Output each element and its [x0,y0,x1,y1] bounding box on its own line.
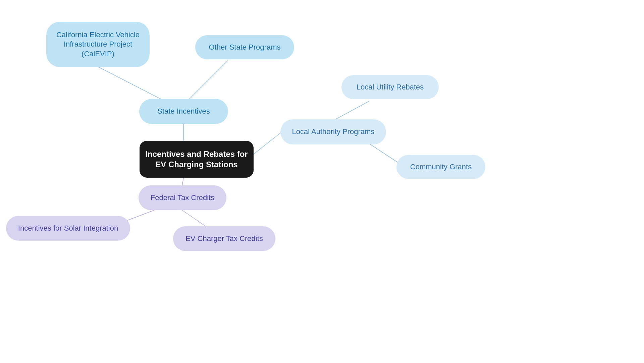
other-state-programs-label: Other State Programs [206,43,284,52]
central-node[interactable]: Incentives and Rebates for EV Charging S… [140,141,254,178]
state-incentives-label: State Incentives [154,107,213,116]
federal-tax-credits-label: Federal Tax Credits [147,193,218,203]
calevip-node[interactable]: California Electric Vehicle Infrastructu… [46,22,150,67]
svg-line-8 [182,210,208,228]
ev-charger-tax-credits-node[interactable]: EV Charger Tax Credits [173,226,275,251]
svg-line-3 [254,132,281,154]
community-grants-node[interactable]: Community Grants [396,155,485,179]
local-authority-programs-label: Local Authority Programs [289,127,378,137]
ev-charger-tax-credits-label: EV Charger Tax Credits [182,234,266,244]
local-utility-rebates-label: Local Utility Rebates [353,82,427,92]
state-incentives-node[interactable]: State Incentives [139,99,228,124]
calevip-label: California Electric Vehicle Infrastructu… [46,30,150,59]
other-state-programs-node[interactable]: Other State Programs [195,35,294,59]
community-grants-label: Community Grants [407,162,475,172]
solar-incentives-node[interactable]: Incentives for Solar Integration [6,216,130,241]
local-authority-programs-node[interactable]: Local Authority Programs [280,119,386,144]
solar-incentives-label: Incentives for Solar Integration [15,224,121,233]
federal-tax-credits-node[interactable]: Federal Tax Credits [139,185,226,210]
mind-map-container: Incentives and Rebates for EV Charging S… [0,0,644,363]
local-utility-rebates-node[interactable]: Local Utility Rebates [341,75,439,99]
central-node-label: Incentives and Rebates for EV Charging S… [140,149,254,170]
svg-line-2 [190,60,228,99]
svg-line-1 [97,66,168,103]
svg-line-6 [182,178,183,186]
svg-line-4 [333,101,369,121]
